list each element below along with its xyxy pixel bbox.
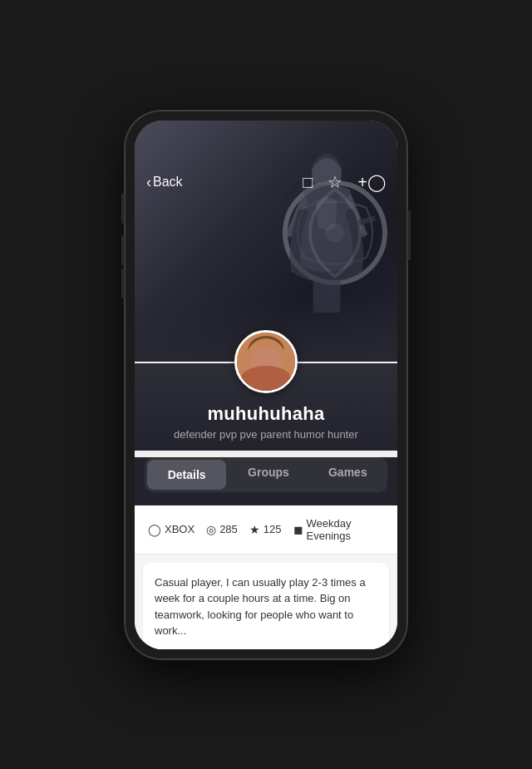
description-text: Casual player, I can usually play 2-3 ti… [155, 576, 366, 638]
add-person-icon[interactable]: +◯ [357, 174, 386, 190]
schedule-label: Weekday Evenings [307, 517, 384, 542]
svg-point-9 [268, 350, 275, 358]
svg-point-11 [270, 352, 274, 357]
tab-games[interactable]: Games [308, 457, 387, 492]
star-rating-icon: ★ [249, 523, 260, 536]
back-label: Back [153, 175, 183, 190]
platform-label: XBOX [165, 523, 195, 535]
phone-frame: 10:33 ▲ ▮▮▮ [125, 111, 407, 659]
rating-count: 125 [264, 523, 282, 535]
avatar-image [237, 333, 295, 391]
platform-stat: ◯ XBOX [148, 523, 195, 536]
avatar-wrapper [234, 330, 298, 393]
followers-stat: ◎ 285 [206, 523, 238, 536]
svg-point-8 [257, 350, 264, 358]
svg-rect-13 [237, 381, 295, 391]
schedule-stat: ◼ Weekday Evenings [293, 517, 384, 542]
rating-stat: ★ 125 [249, 523, 282, 536]
calendar-icon: ◼ [293, 523, 303, 536]
avatar [234, 330, 298, 393]
tab-section: Details Groups Games [135, 457, 397, 505]
phone-screen: 10:33 ▲ ▮▮▮ [135, 121, 397, 649]
user-info-section: muhuhuhaha defender pvp pve parent humor… [135, 363, 397, 451]
description-card: Casual player, I can usually play 2-3 ti… [143, 563, 389, 649]
xbox-icon: ◯ [148, 523, 161, 536]
username: muhuhuhaha [207, 403, 324, 424]
chat-icon[interactable]: □ [303, 174, 313, 190]
nav-bar: ‹ Back □ ☆ +◯ [135, 164, 397, 200]
svg-point-12 [251, 362, 281, 386]
back-chevron-icon: ‹ [146, 175, 151, 190]
back-button[interactable]: ‹ Back [146, 175, 183, 190]
user-bio: defender pvp pve parent humor hunter [148, 428, 384, 441]
star-icon[interactable]: ☆ [328, 174, 342, 190]
tab-details[interactable]: Details [147, 460, 226, 490]
card-area: ◯ XBOX ◎ 285 ★ 125 ◼ Weekday Evenings [135, 505, 397, 649]
followers-count: 285 [219, 523, 238, 535]
nav-action-icons: □ ☆ +◯ [303, 174, 386, 190]
tab-groups[interactable]: Groups [229, 457, 308, 492]
svg-point-10 [259, 352, 263, 357]
followers-icon: ◎ [206, 523, 216, 536]
content-area: muhuhuhaha defender pvp pve parent humor… [135, 164, 397, 649]
stats-row: ◯ XBOX ◎ 285 ★ 125 ◼ Weekday Evenings [135, 505, 397, 555]
tab-bar: Details Groups Games [145, 457, 387, 492]
